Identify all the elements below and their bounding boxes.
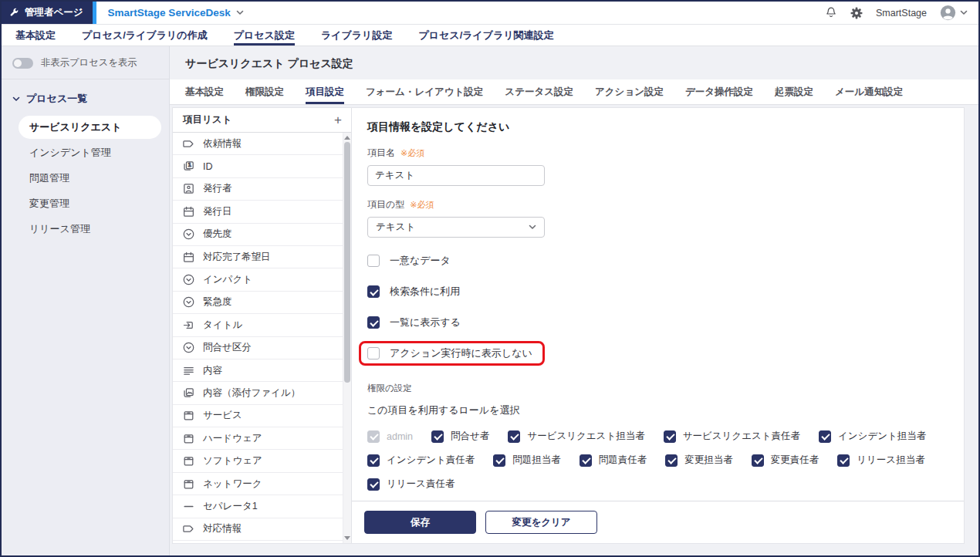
sidebar-process-item[interactable]: リリース管理 [19, 218, 161, 241]
hidden-process-toggle[interactable] [12, 58, 33, 69]
field-list-item[interactable]: 対応完了希望日 [173, 246, 343, 268]
field-list-item-label: ネットワーク [203, 478, 262, 491]
field-type-icon [182, 251, 195, 264]
process-settings-tab[interactable]: 項目設定 [306, 79, 344, 104]
process-settings-tab[interactable]: メール通知設定 [835, 79, 903, 104]
field-type-icon [182, 137, 195, 150]
role-checkbox[interactable] [819, 430, 831, 443]
role-option: admin [367, 430, 413, 443]
field-list-item[interactable]: 対応情報 [173, 518, 343, 541]
scrollbar-thumb[interactable] [344, 142, 350, 383]
field-list-item-label: 依頼情報 [203, 137, 242, 150]
field-list-item[interactable]: ID [173, 155, 343, 177]
sidebar-process-item[interactable]: 問題管理 [19, 167, 161, 190]
field-list-item[interactable]: 対応区分 [173, 541, 343, 543]
field-list: 依頼情報 ID [173, 133, 343, 543]
process-list-section-header[interactable]: プロセス一覧 [2, 79, 169, 113]
field-list-item-label: ソフトウェア [203, 454, 262, 468]
process-settings-tab[interactable]: アクション設定 [595, 79, 664, 104]
field-name-input[interactable] [367, 165, 545, 186]
role-checkbox[interactable] [665, 454, 678, 467]
option-checkbox[interactable] [367, 347, 380, 360]
role-checkbox[interactable] [664, 430, 676, 443]
process-settings-tab-label: データ操作設定 [685, 86, 753, 99]
global-tab[interactable]: プロセス設定 [234, 25, 295, 46]
field-type-icon [182, 295, 195, 309]
field-list-item[interactable]: 発行者 [173, 178, 343, 201]
notifications-bell-icon[interactable] [825, 6, 837, 19]
field-list-item[interactable]: 問合せ区分 [173, 337, 343, 360]
process-settings-tab-bar: 基本設定 権限設定 項目設定 フォーム・レイアウト設定 [170, 79, 978, 105]
user-menu[interactable] [940, 5, 968, 21]
field-type-icon [182, 364, 195, 377]
role-checkbox[interactable] [367, 454, 380, 467]
role-checkbox[interactable] [367, 478, 380, 491]
sidebar-process-item[interactable]: 変更管理 [19, 192, 161, 215]
option-checkbox[interactable] [367, 285, 380, 298]
role-checkbox[interactable] [367, 430, 380, 443]
option-label: 一意なデータ [390, 254, 451, 268]
form-footer: 保存 変更をクリア [352, 501, 964, 543]
add-field-button[interactable]: + [333, 113, 343, 127]
field-type-icon [182, 522, 195, 535]
global-tab[interactable]: 基本設定 [15, 25, 56, 46]
global-tab[interactable]: ライブラリ設定 [321, 25, 393, 46]
field-list-scrollbar[interactable] [343, 133, 351, 543]
option-checkbox[interactable] [367, 255, 380, 267]
process-settings-tab[interactable]: 権限設定 [245, 79, 284, 104]
field-list-item[interactable]: インパクト [173, 268, 343, 291]
field-option-row: アクション実行時に表示しない [359, 341, 545, 366]
settings-gear-icon[interactable] [850, 7, 863, 19]
process-settings-tab-label: 起票設定 [775, 86, 813, 99]
product-switcher[interactable]: SmartStage ServiceDesk [108, 2, 244, 24]
field-list-item[interactable]: ソフトウェア [173, 450, 343, 472]
field-list-item[interactable]: 緊急度 [173, 292, 343, 314]
field-type-icon [182, 319, 195, 332]
field-type-icon [182, 273, 195, 286]
role-option: インシデント責任者 [367, 454, 475, 467]
field-list-item[interactable]: 依頼情報 [173, 133, 343, 155]
field-type-icon [182, 432, 195, 445]
field-list-item[interactable]: ネットワーク [173, 473, 343, 495]
option-checkbox[interactable] [367, 316, 380, 329]
field-list-item[interactable]: ハードウェア [173, 427, 343, 450]
global-tab[interactable]: プロセス/ライブラリ関連設定 [418, 25, 553, 46]
clear-changes-button[interactable]: 変更をクリア [485, 511, 597, 534]
item-settings-content: 項目リスト + 依頼情報 [172, 107, 965, 544]
role-checkbox[interactable] [752, 454, 764, 467]
field-list-item[interactable]: 発行日 [173, 201, 343, 223]
page-title: サービスリクエスト プロセス設定 [170, 46, 978, 79]
save-button[interactable]: 保存 [364, 511, 476, 534]
field-list-item[interactable]: サービス [173, 405, 343, 427]
process-settings-tab[interactable]: 起票設定 [775, 79, 813, 104]
scroll-up-arrow-icon[interactable] [344, 136, 350, 140]
field-type-icon [182, 228, 195, 241]
scroll-down-arrow-icon[interactable] [344, 536, 350, 540]
sidebar-process-item[interactable]: サービスリクエスト [19, 116, 161, 139]
sidebar-process-item[interactable]: インシデント管理 [19, 141, 161, 164]
field-list-item[interactable]: 内容（添付ファイル） [173, 382, 343, 404]
global-tab-label: 基本設定 [15, 29, 56, 42]
role-option: 問題担当者 [493, 454, 561, 467]
field-type-select[interactable]: テキスト [367, 217, 545, 238]
topbar-right: SmartStage [825, 2, 978, 24]
field-list-item[interactable]: 内容 [173, 360, 343, 382]
process-settings-tab[interactable]: フォーム・レイアウト設定 [366, 79, 483, 104]
role-checkbox[interactable] [493, 454, 505, 467]
field-type-icon [182, 409, 195, 422]
process-settings-tab[interactable]: データ操作設定 [685, 79, 753, 104]
process-settings-tab[interactable]: 基本設定 [185, 79, 224, 104]
avatar-icon [940, 5, 956, 21]
role-checkbox[interactable] [580, 454, 592, 467]
role-checkbox[interactable] [508, 430, 520, 443]
role-checkbox[interactable] [431, 430, 444, 443]
field-type-icon [182, 387, 195, 400]
field-list-item[interactable]: 優先度 [173, 224, 343, 246]
process-settings-tab[interactable]: ステータス設定 [505, 79, 573, 104]
hidden-process-toggle-row: 非表示プロセスを表示 [2, 46, 169, 79]
option-label: 検索条件に利用 [390, 285, 460, 299]
role-checkbox[interactable] [837, 454, 850, 467]
field-list-item[interactable]: セパレータ1 [173, 495, 343, 518]
field-list-item[interactable]: タイトル [173, 314, 343, 336]
global-tab[interactable]: プロセス/ライブラリの作成 [82, 25, 208, 46]
